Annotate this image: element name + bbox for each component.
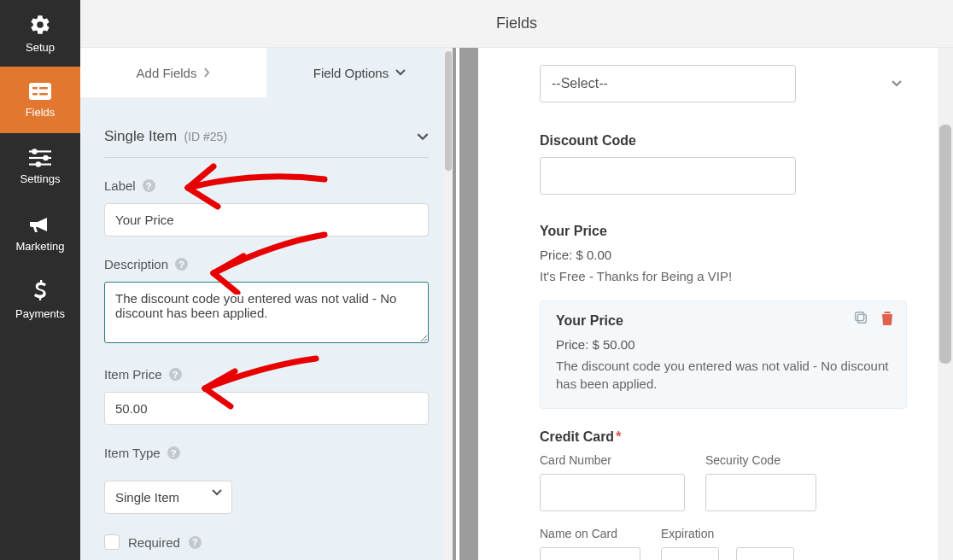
page-title: Fields [496, 15, 537, 32]
sidebar-item-label: Marketing [15, 240, 64, 253]
credit-card-title-text: Credit Card [540, 429, 614, 444]
help-icon[interactable]: ? [143, 179, 155, 192]
item-type-select[interactable]: Single Item [104, 481, 232, 514]
sidebar-item-label: Settings [20, 172, 61, 185]
svg-point-9 [43, 155, 49, 160]
trash-icon[interactable] [880, 310, 896, 325]
panel-scrollbar[interactable] [444, 48, 453, 560]
field-type-row: Item Type ? Single Item [104, 446, 429, 514]
price-line: Price: $ 50.00 [556, 337, 891, 352]
price-desc: The discount code you entered was not va… [556, 357, 891, 393]
preview-scrollbar[interactable] [938, 48, 953, 560]
gear-icon [29, 14, 51, 36]
field-description-row: Description ? The discount code you ente… [104, 257, 429, 347]
duplicate-icon[interactable] [853, 310, 868, 325]
svg-point-10 [36, 161, 42, 167]
options-panel: Add Fields Field Options Single Item (ID… [80, 48, 456, 560]
discount-code-input[interactable] [540, 157, 796, 195]
section-title: Single Item [104, 128, 177, 144]
card-number-label: Card Number [540, 453, 685, 467]
svg-point-8 [32, 149, 38, 155]
svg-rect-3 [32, 93, 38, 96]
description-textarea[interactable]: The discount code you entered was not va… [104, 282, 429, 343]
preview-discount-block: Discount Code [540, 133, 914, 195]
sidebar-item-label: Payments [15, 307, 65, 320]
chevron-right-icon [203, 67, 210, 78]
chevron-down-icon [417, 133, 429, 141]
svg-rect-0 [29, 83, 51, 100]
year-select[interactable]: YY [736, 547, 794, 560]
name-on-card-input[interactable] [540, 547, 640, 560]
svg-rect-12 [856, 312, 864, 321]
sidebar-item-setup[interactable]: Setup [0, 0, 80, 67]
help-icon[interactable]: ? [175, 258, 188, 271]
form-label-text: Item Price [104, 367, 162, 382]
field-price-row: Item Price ? [104, 367, 429, 425]
credit-card-title: Credit Card* [540, 429, 914, 445]
svg-rect-4 [39, 93, 48, 96]
tab-add-fields[interactable]: Add Fields [80, 48, 266, 97]
your-price-label: Your Price [556, 313, 891, 329]
security-code-input[interactable] [705, 474, 816, 511]
price-line: Price: $ 0.00 [540, 248, 914, 262]
svg-rect-2 [39, 87, 48, 90]
sliders-icon [29, 149, 51, 167]
panel-body: Single Item (ID #25) Label ? Description… [80, 97, 453, 550]
chevron-down-icon [395, 69, 406, 76]
sidebar-item-payments[interactable]: Payments [0, 266, 80, 333]
form-label-text: Label [104, 178, 136, 193]
preview-select[interactable]: --Select-- [540, 65, 914, 102]
bullhorn-icon [28, 214, 52, 235]
sidebar-item-settings[interactable]: Settings [0, 133, 80, 200]
scrollbar-thumb[interactable] [939, 125, 951, 364]
item-price-input[interactable] [104, 392, 429, 425]
tab-label: Add Fields [137, 66, 197, 80]
admin-sidebar: Setup Fields Settings Marketing Payments [0, 0, 80, 560]
chevron-down-icon [892, 80, 902, 87]
sidebar-item-fields[interactable]: Fields [0, 67, 80, 133]
label-input[interactable] [104, 203, 429, 236]
form-preview: --Select-- Discount Code Your Price Pric… [459, 48, 953, 560]
required-checkbox[interactable] [104, 534, 120, 550]
list-icon [28, 82, 52, 101]
preview-price1-block: Your Price Price: $ 0.00 It's Free - Tha… [540, 224, 914, 285]
scrollbar-thumb[interactable] [445, 51, 452, 171]
month-select[interactable]: MM [661, 547, 719, 560]
section-header[interactable]: Single Item (ID #25) [104, 114, 429, 158]
select-placeholder: --Select-- [552, 76, 608, 91]
credit-card-block: Credit Card* Card Number Security Code N… [540, 429, 914, 560]
topbar: Fields [80, 0, 953, 48]
price-desc: It's Free - Thanks for Being a VIP! [540, 267, 914, 285]
help-icon[interactable]: ? [167, 446, 180, 459]
preview-price2-card[interactable]: Your Price Price: $ 50.00 The discount c… [540, 300, 907, 409]
tab-label: Field Options [313, 66, 389, 80]
discount-code-label: Discount Code [540, 133, 914, 149]
expiration-label: Expiration [661, 527, 794, 540]
form-label-text: Item Type [104, 446, 161, 460]
help-icon[interactable]: ? [189, 536, 202, 549]
section-subtitle: (ID #25) [184, 130, 228, 143]
required-label: Required [128, 535, 180, 550]
security-code-label: Security Code [705, 453, 816, 467]
field-label-row: Label ? [104, 178, 429, 236]
sidebar-item-marketing[interactable]: Marketing [0, 200, 80, 266]
required-star-icon: * [616, 429, 621, 444]
form-label-text: Description [104, 257, 168, 271]
tab-field-options[interactable]: Field Options [266, 48, 453, 97]
sidebar-item-label: Fields [26, 106, 56, 119]
help-icon[interactable]: ? [169, 368, 182, 381]
dollar-icon [33, 280, 47, 302]
sidebar-item-label: Setup [26, 41, 55, 54]
card-number-input[interactable] [540, 474, 685, 511]
svg-rect-1 [32, 87, 38, 90]
your-price-label: Your Price [540, 224, 914, 239]
name-on-card-label: Name on Card [540, 527, 640, 540]
svg-rect-11 [857, 314, 866, 323]
required-row: Required ? [104, 534, 429, 550]
panel-tabs: Add Fields Field Options [80, 48, 453, 97]
preview-select-block: --Select-- [540, 65, 914, 102]
